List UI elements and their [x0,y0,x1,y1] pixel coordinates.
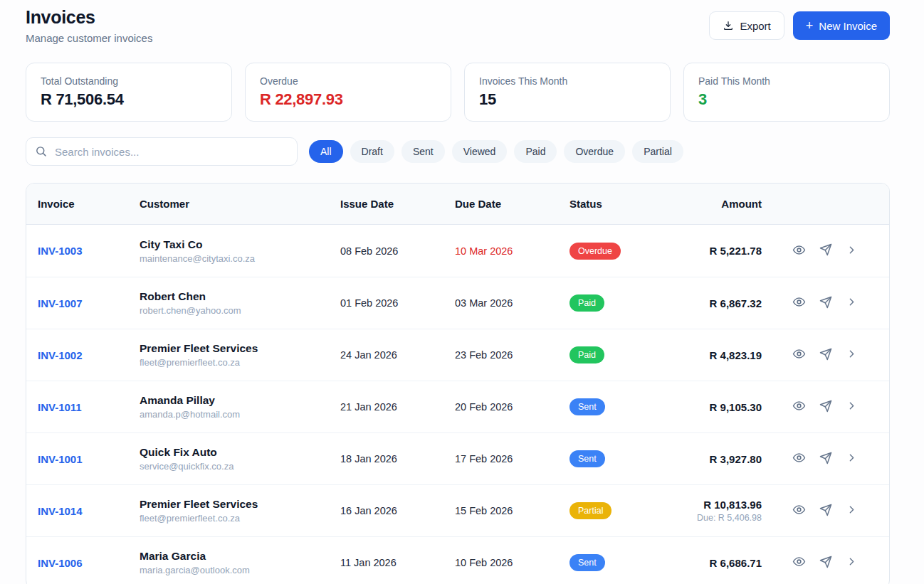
customer-email: fleet@premierfleet.co.za [140,357,340,368]
status-badge: Paid [569,346,604,363]
table-row[interactable]: INV-1011 Amanda Pillay amanda.p@hotmail.… [26,381,889,432]
customer-name: Robert Chen [140,290,340,303]
issue-date: 16 Jan 2026 [340,505,455,516]
send-invoice-button[interactable] [819,296,832,311]
amount-cell: R 6,867.32 [683,297,762,309]
stat-value: R 22,897.93 [260,90,436,109]
paper-plane-icon [819,556,832,570]
open-invoice-button[interactable] [846,348,858,362]
row-actions [762,555,878,570]
row-actions [762,451,878,467]
table-row[interactable]: INV-1003 City Taxi Co maintenance@cityta… [26,225,889,277]
status-cell: Sent [569,450,683,467]
table-row[interactable]: INV-1006 Maria Garcia maria.garcia@outlo… [26,536,889,584]
issue-date: 18 Jan 2026 [340,453,455,464]
stat-card: Overdue R 22,897.93 [245,63,451,122]
view-invoice-button[interactable] [792,451,806,467]
amount-cell: R 4,823.19 [683,349,762,361]
chevron-right-icon [846,348,858,362]
search-box [26,137,298,166]
open-invoice-button[interactable] [846,244,858,258]
due-date: 03 Mar 2026 [455,297,569,309]
status-badge: Sent [569,398,605,415]
issue-date: 24 Jan 2026 [340,349,455,361]
customer-name: Maria Garcia [140,550,340,563]
view-invoice-button[interactable] [792,399,806,415]
open-invoice-button[interactable] [846,504,858,518]
eye-icon [792,555,806,570]
issue-date: 11 Jan 2026 [340,557,455,568]
filter-chip[interactable]: Overdue [564,140,625,163]
view-invoice-button[interactable] [792,243,806,259]
open-invoice-button[interactable] [846,296,858,310]
table-body: INV-1003 City Taxi Co maintenance@cityta… [26,225,889,584]
invoice-number-link[interactable]: INV-1002 [38,349,140,361]
send-invoice-button[interactable] [819,243,832,258]
row-actions [762,295,878,311]
controls-row: All Draft Sent Viewed Paid Overdue Parti… [26,137,890,166]
view-invoice-button[interactable] [792,295,806,311]
plus-icon: + [806,18,814,33]
column-header-amount: Amount [683,198,762,210]
filter-chip[interactable]: Partial [632,140,683,163]
amount-cell: R 5,221.78 [683,245,762,257]
amount-value: R 9,105.30 [683,401,762,413]
customer-email: fleet@premierfleet.co.za [140,513,340,524]
export-button-label: Export [740,20,770,32]
customer-email: maintenance@citytaxi.co.za [140,253,340,264]
send-invoice-button[interactable] [819,348,832,363]
due-date: 17 Feb 2026 [455,453,569,464]
status-cell: Overdue [569,243,683,260]
customer-cell: Robert Chen robert.chen@yahoo.com [140,290,340,316]
customer-name: Premier Fleet Services [140,342,340,355]
filter-chip[interactable]: All [309,140,343,163]
open-invoice-button[interactable] [846,452,858,466]
send-invoice-button[interactable] [819,504,832,519]
customer-cell: Maria Garcia maria.garcia@outlook.com [140,550,340,575]
status-cell: Partial [569,502,683,519]
filter-chip[interactable]: Sent [401,140,445,163]
invoice-number-link[interactable]: INV-1014 [38,505,140,517]
stat-label: Total Outstanding [41,75,217,87]
send-invoice-button[interactable] [819,452,832,467]
open-invoice-button[interactable] [846,400,858,414]
invoice-number-link[interactable]: INV-1006 [38,557,140,569]
invoice-number-link[interactable]: INV-1003 [38,245,140,257]
filter-chip[interactable]: Paid [514,140,557,163]
invoice-number-link[interactable]: INV-1007 [38,297,140,309]
column-header-issue-date: Issue Date [340,198,455,210]
filter-chip[interactable]: Draft [350,140,394,163]
table-row[interactable]: INV-1007 Robert Chen robert.chen@yahoo.c… [26,277,889,329]
search-input[interactable] [26,137,298,166]
table-row[interactable]: INV-1002 Premier Fleet Services fleet@pr… [26,329,889,381]
view-invoice-button[interactable] [792,347,806,363]
table-row[interactable]: INV-1014 Premier Fleet Services fleet@pr… [26,484,889,536]
amount-value: R 6,686.71 [683,557,762,569]
status-badge: Overdue [569,243,621,260]
amount-cell: R 6,686.71 [683,557,762,569]
view-invoice-button[interactable] [792,555,806,570]
customer-cell: Premier Fleet Services fleet@premierflee… [140,342,340,368]
stat-value: R 71,506.54 [41,90,217,109]
page-heading: Invoices Manage customer invoices [26,7,152,44]
invoice-number-link[interactable]: INV-1001 [38,453,140,465]
send-invoice-button[interactable] [819,400,832,415]
amount-value: R 10,813.96 [683,499,762,511]
row-actions [762,503,878,519]
filter-chip[interactable]: Viewed [452,140,508,163]
open-invoice-button[interactable] [846,556,858,570]
view-invoice-button[interactable] [792,503,806,519]
chevron-right-icon [846,296,858,310]
export-button[interactable]: Export [709,11,784,40]
chevron-right-icon [846,400,858,414]
issue-date: 08 Feb 2026 [340,245,455,257]
status-badge: Partial [569,502,611,519]
customer-email: amanda.p@hotmail.com [140,409,340,420]
customer-name: Quick Fix Auto [140,446,340,459]
amount-due-sublabel: Due: R 5,406.98 [683,513,762,523]
new-invoice-button[interactable]: + New Invoice [793,11,890,40]
invoice-number-link[interactable]: INV-1011 [38,401,140,413]
table-row[interactable]: INV-1001 Quick Fix Auto service@quickfix… [26,432,889,484]
send-invoice-button[interactable] [819,556,832,570]
eye-icon [792,451,806,467]
